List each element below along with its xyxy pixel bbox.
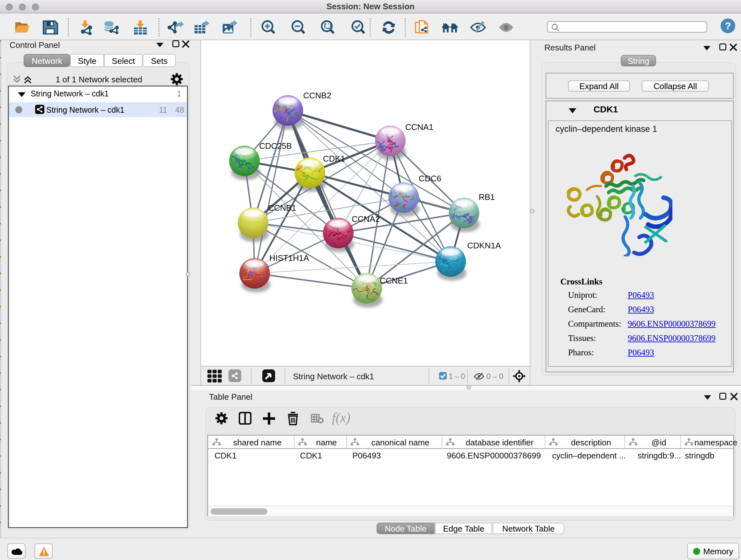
svg-text:CCNA2: CCNA2	[352, 214, 380, 224]
svg-text:CDKN1A: CDKN1A	[467, 241, 501, 250]
svg-text:CDK1: CDK1	[323, 154, 345, 164]
svg-text:CCNE1: CCNE1	[380, 276, 408, 286]
svg-text:CCNB1: CCNB1	[268, 203, 296, 212]
svg-text:RB1: RB1	[479, 192, 495, 202]
svg-text:CCNB2: CCNB2	[303, 91, 331, 100]
svg-text:CDC6: CDC6	[419, 174, 441, 183]
svg-text:CCNA1: CCNA1	[405, 122, 433, 132]
svg-text:HIST1H1A: HIST1H1A	[269, 253, 309, 263]
svg-text:CDC25B: CDC25B	[259, 141, 292, 151]
